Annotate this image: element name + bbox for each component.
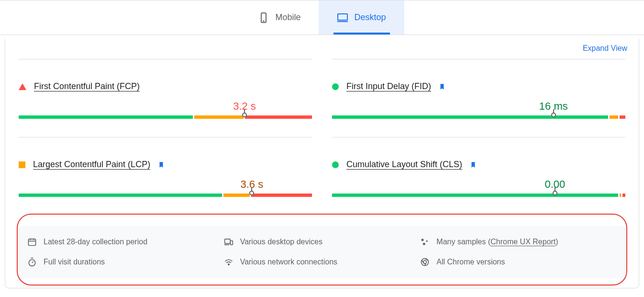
svg-point-17 [228, 264, 229, 265]
metric-fid-name[interactable]: First Input Delay (FID) [346, 81, 431, 91]
metric-fcp-bar [19, 115, 312, 119]
svg-point-12 [426, 240, 428, 242]
info-durations-text: Full visit durations [44, 258, 105, 266]
expand-view-button[interactable]: Expand View [583, 44, 627, 53]
info-devices-text: Various desktop devices [240, 238, 322, 246]
status-good-icon [332, 161, 339, 168]
chrome-icon [420, 257, 430, 267]
marker-icon [242, 113, 247, 117]
metric-cls-name[interactable]: Cumulative Layout Shift (CLS) [346, 160, 462, 170]
metrics-card: Expand View First Contentful Paint (FCP)… [5, 39, 639, 288]
marker-icon [249, 191, 254, 195]
info-network: Various network connections [224, 257, 421, 267]
scatter-icon [420, 237, 430, 247]
metric-cls-bar [332, 194, 625, 197]
info-samples-text: Many samples (Chrome UX Report) [436, 238, 558, 246]
data-source-info: Latest 28-day collection period Various … [19, 226, 625, 278]
info-durations: Full visit durations [27, 257, 224, 267]
info-period: Latest 28-day collection period [27, 237, 224, 247]
desktop-icon [337, 12, 348, 23]
network-icon [224, 257, 233, 267]
devices-icon [224, 237, 233, 247]
tab-mobile-label: Mobile [275, 12, 300, 23]
metric-fid: First Input Delay (FID) 16 ms [332, 59, 625, 137]
metric-lcp: Largest Contentful Paint (LCP) 3.6 s [19, 137, 312, 215]
info-versions-text: All Chrome versions [436, 258, 505, 266]
status-good-icon [332, 83, 339, 90]
status-poor-icon [19, 83, 26, 90]
svg-point-11 [422, 239, 424, 241]
metric-lcp-bar [19, 194, 312, 197]
info-period-text: Latest 28-day collection period [44, 238, 147, 246]
bookmark-icon [439, 82, 445, 91]
metric-fcp-name[interactable]: First Contentful Paint (FCP) [34, 81, 140, 91]
svg-point-13 [423, 243, 425, 245]
metric-fcp: First Contentful Paint (FCP) 3.2 s [19, 59, 312, 137]
marker-icon [551, 113, 556, 117]
marker-icon [553, 191, 557, 195]
tab-mobile[interactable]: Mobile [240, 0, 319, 34]
info-samples: Many samples (Chrome UX Report) [420, 237, 617, 247]
tab-desktop[interactable]: Desktop [319, 0, 404, 34]
bookmark-icon [158, 160, 165, 169]
metric-lcp-name[interactable]: Largest Contentful Paint (LCP) [33, 160, 150, 170]
svg-rect-2 [338, 14, 347, 20]
device-tab-bar: Mobile Desktop [0, 0, 644, 35]
metric-fid-bar [332, 115, 625, 119]
mobile-icon [258, 12, 269, 23]
metric-cls: Cumulative Layout Shift (CLS) 0.00 [332, 137, 625, 215]
info-versions: All Chrome versions [420, 257, 617, 267]
crux-report-link[interactable]: Chrome UX Report [490, 238, 555, 246]
timer-icon [27, 257, 37, 267]
status-average-icon [19, 161, 25, 168]
svg-rect-4 [29, 239, 36, 245]
info-network-text: Various network connections [240, 258, 337, 266]
bookmark-icon [470, 160, 477, 169]
metrics-grid: First Contentful Paint (FCP) 3.2 s First [19, 59, 625, 215]
svg-rect-8 [224, 239, 230, 243]
tabs: Mobile Desktop [240, 0, 404, 34]
svg-line-15 [32, 262, 33, 263]
svg-rect-10 [230, 241, 233, 245]
annotation-highlight [17, 214, 627, 286]
info-devices: Various desktop devices [224, 237, 421, 247]
tab-desktop-label: Desktop [354, 12, 386, 23]
calendar-icon [27, 237, 37, 247]
